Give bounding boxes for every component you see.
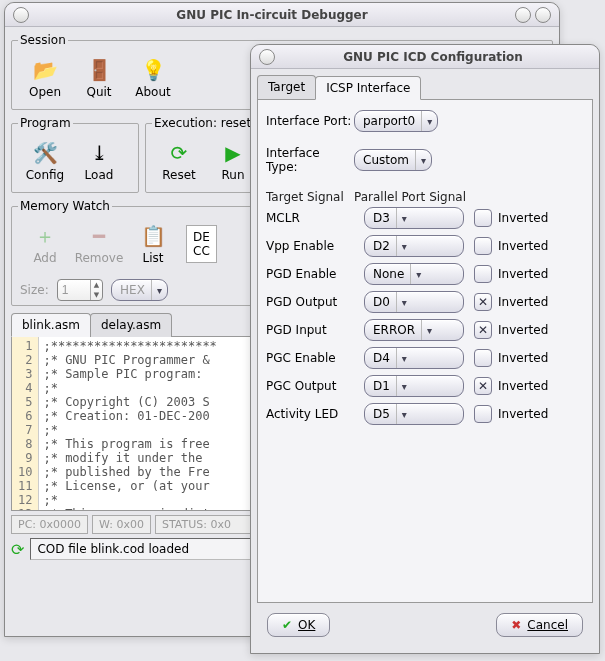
window-menu-icon[interactable] [13,7,29,23]
signal-row-7: Activity LEDD5▾Inverted [258,400,592,428]
memory-preview-line1: DE [193,230,210,244]
tab-icsp-interface[interactable]: ICSP Interface [315,76,421,100]
status-w: W: 0x00 [92,515,151,534]
inverted-checkbox[interactable] [474,237,492,255]
minus-icon: ━ [86,223,112,249]
col-target-signal: Target Signal [266,190,354,204]
chevron-down-icon: ▾ [415,150,431,170]
signal-value-combo[interactable]: ERROR▾ [364,319,464,341]
maximize-icon[interactable] [535,7,551,23]
signal-row-3: PGD OutputD0▾✕Inverted [258,288,592,316]
window-menu-icon[interactable] [259,49,275,65]
inverted-checkbox[interactable] [474,265,492,283]
signal-value-combo[interactable]: D1▾ [364,375,464,397]
config-titlebar[interactable]: GNU PIC ICD Configuration [251,45,599,69]
size-spinner[interactable]: ▲▼ [57,279,103,301]
cancel-button[interactable]: ✖ Cancel [496,613,583,637]
signal-value-combo[interactable]: None▾ [364,263,464,285]
line-gutter: 1234567891011121314 [12,337,39,510]
folder-open-icon: 📂 [32,57,58,83]
chevron-down-icon: ▾ [421,320,437,340]
interface-type-combo[interactable]: Custom ▾ [354,149,432,171]
exit-icon: 🚪 [86,57,112,83]
open-button[interactable]: 📂 Open [18,53,72,103]
format-combo[interactable]: HEX ▾ [111,279,168,301]
config-tabs: Target ICSP Interface [257,75,593,100]
chevron-down-icon: ▾ [151,280,167,300]
inverted-checkbox[interactable] [474,349,492,367]
signal-value-combo[interactable]: D0▾ [364,291,464,313]
chevron-down-icon: ▾ [421,111,437,131]
signal-name: PGC Output [266,379,354,393]
memory-preview-box: DE CC [186,225,217,263]
execution-legend: Execution: reset [152,116,253,130]
signal-row-2: PGD EnableNone▾Inverted [258,260,592,288]
signal-value-combo[interactable]: D2▾ [364,235,464,257]
inverted-label: Inverted [498,267,548,281]
inverted-checkbox[interactable]: ✕ [474,377,492,395]
config-window: GNU PIC ICD Configuration Target ICSP In… [250,44,600,654]
config-window-title: GNU PIC ICD Configuration [275,50,591,64]
reset-button[interactable]: ⟳ Reset [152,136,206,186]
signal-name: Vpp Enable [266,239,354,253]
list-icon: 📋 [140,223,166,249]
signal-name: MCLR [266,211,354,225]
inverted-checkbox[interactable] [474,405,492,423]
signal-name: PGC Enable [266,351,354,365]
plus-icon: ＋ [32,223,58,249]
spinner-down-icon[interactable]: ▼ [91,290,102,300]
chevron-down-icon: ▾ [396,404,412,424]
list-watch-button[interactable]: 📋 List [126,219,180,269]
chevron-down-icon: ▾ [396,292,412,312]
tab-file-1[interactable]: delay.asm [90,313,172,337]
signal-value-combo[interactable]: D3▾ [364,207,464,229]
interface-port-combo[interactable]: parport0 ▾ [354,110,438,132]
chevron-down-icon: ▾ [396,376,412,396]
config-button[interactable]: 🛠️ Config [18,136,72,186]
signal-name: PGD Enable [266,267,354,281]
quit-button[interactable]: 🚪 Quit [72,53,126,103]
remove-watch-button[interactable]: ━ Remove [72,219,126,269]
main-window-title: GNU PIC In-circuit Debugger [29,8,515,22]
signal-value-combo[interactable]: D5▾ [364,403,464,425]
tab-target[interactable]: Target [257,75,316,99]
tab-file-0[interactable]: blink.asm [11,313,91,337]
play-icon: ▶ [220,140,246,166]
add-watch-button[interactable]: ＋ Add [18,219,72,269]
inverted-label: Inverted [498,407,548,421]
session-legend: Session [18,33,68,47]
tools-icon: 🛠️ [32,140,58,166]
memory-preview-line2: CC [193,244,210,258]
size-input[interactable] [58,283,90,297]
memory-watch-legend: Memory Watch [18,199,112,213]
inverted-label: Inverted [498,323,548,337]
inverted-label: Inverted [498,295,548,309]
chevron-down-icon: ▾ [396,236,412,256]
lightbulb-icon: 💡 [140,57,166,83]
status-pc: PC: 0x0000 [11,515,88,534]
inverted-checkbox[interactable] [474,209,492,227]
inverted-label: Inverted [498,239,548,253]
about-button[interactable]: 💡 About [126,53,180,103]
ok-button[interactable]: ✔ OK [267,613,330,637]
reload-icon[interactable]: ⟳ [11,540,24,559]
inverted-label: Inverted [498,211,548,225]
chevron-down-icon: ▾ [410,264,426,284]
signal-row-6: PGC OutputD1▾✕Inverted [258,372,592,400]
inverted-label: Inverted [498,351,548,365]
refresh-icon: ⟳ [166,140,192,166]
interface-type-label: Interface Type: [266,146,354,174]
cancel-icon: ✖ [511,618,521,632]
main-titlebar[interactable]: GNU PIC In-circuit Debugger [5,3,559,27]
minimize-icon[interactable] [515,7,531,23]
spinner-up-icon[interactable]: ▲ [91,280,102,290]
size-label: Size: [20,283,49,297]
signal-value-combo[interactable]: D4▾ [364,347,464,369]
load-button[interactable]: ⤓ Load [72,136,126,186]
signal-name: PGD Input [266,323,354,337]
inverted-checkbox[interactable]: ✕ [474,293,492,311]
check-icon: ✔ [282,618,292,632]
signal-name: PGD Output [266,295,354,309]
interface-port-label: Interface Port: [266,114,354,128]
inverted-checkbox[interactable]: ✕ [474,321,492,339]
